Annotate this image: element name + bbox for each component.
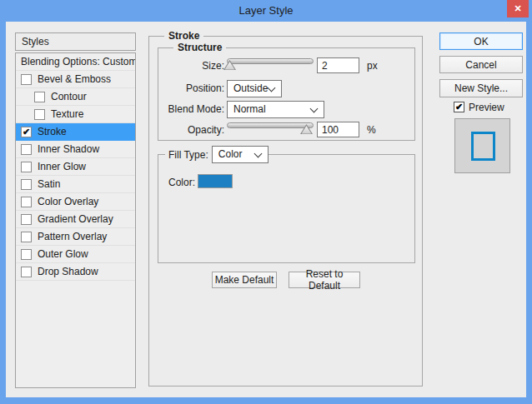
- fill-type-value: Color: [218, 148, 243, 160]
- stroke-settings-panel: Stroke Structure Size: px Position: Outs…: [148, 36, 423, 387]
- position-label: Position:: [158, 82, 224, 94]
- style-item-inner-shadow[interactable]: Inner Shadow: [16, 141, 135, 158]
- close-button[interactable]: ✕: [507, 0, 529, 17]
- style-item-blending-options-custom[interactable]: Blending Options: Custom: [16, 53, 135, 71]
- style-item-stroke[interactable]: ✔Stroke: [16, 123, 135, 141]
- style-item-label: Color Overlay: [38, 196, 98, 207]
- styles-panel-title: Styles: [22, 36, 49, 47]
- titlebar[interactable]: Layer Style ✕: [0, 0, 532, 22]
- layer-style-dialog: Layer Style ✕ Styles Blending Options: C…: [0, 0, 532, 404]
- style-item-contour[interactable]: Contour: [16, 88, 135, 106]
- preview-label: Preview: [469, 102, 504, 113]
- style-item-checkbox[interactable]: ✔: [21, 127, 32, 137]
- structure-group: Structure Size: px Position: Outside Ble…: [158, 47, 415, 141]
- structure-group-title: Structure: [173, 42, 226, 53]
- style-item-checkbox[interactable]: [21, 214, 32, 225]
- make-default-button[interactable]: Make Default: [212, 272, 277, 288]
- style-item-checkbox[interactable]: [21, 232, 32, 242]
- style-item-label: Drop Shadow: [38, 266, 98, 277]
- chevron-down-icon: [310, 105, 319, 113]
- stroke-color-swatch[interactable]: [198, 174, 233, 188]
- chevron-down-icon: [268, 84, 276, 92]
- size-label: Size:: [158, 60, 224, 72]
- preview-checkbox[interactable]: ✔: [454, 102, 464, 112]
- opacity-slider-track[interactable]: [227, 122, 314, 128]
- new-style-button[interactable]: New Style...: [439, 79, 523, 97]
- dialog-body: Styles Blending Options: CustomBevel & E…: [6, 22, 526, 397]
- ok-label: OK: [474, 36, 488, 47]
- style-item-label: Bevel & Emboss: [38, 73, 111, 85]
- blend-mode-label: Blend Mode:: [158, 103, 224, 115]
- ok-button[interactable]: OK: [439, 32, 523, 50]
- style-item-label: Stroke: [38, 126, 67, 137]
- style-item-label: Pattern Overlay: [38, 231, 107, 242]
- style-item-bevel-emboss[interactable]: Bevel & Emboss: [16, 71, 135, 88]
- position-dropdown[interactable]: Outside: [227, 80, 282, 97]
- reset-to-default-label: Reset to Default: [289, 268, 359, 292]
- style-item-label: Gradient Overlay: [38, 213, 113, 225]
- style-item-label: Outer Glow: [38, 248, 88, 260]
- size-slider-track[interactable]: [227, 58, 314, 64]
- color-label: Color:: [168, 177, 195, 188]
- style-item-color-overlay[interactable]: Color Overlay: [16, 193, 135, 211]
- new-style-label: New Style...: [454, 82, 508, 94]
- style-item-label: Inner Glow: [38, 161, 86, 172]
- styles-panel-header: Styles: [15, 32, 136, 51]
- styles-list: Blending Options: CustomBevel & EmbossCo…: [15, 52, 136, 388]
- style-item-checkbox[interactable]: [21, 162, 32, 172]
- preview-option: ✔ Preview: [454, 101, 504, 113]
- style-item-texture[interactable]: Texture: [16, 106, 135, 123]
- cancel-button[interactable]: Cancel: [439, 56, 523, 73]
- chevron-down-icon: [253, 150, 262, 158]
- size-unit: px: [367, 60, 378, 72]
- style-item-checkbox[interactable]: [21, 249, 32, 260]
- cancel-label: Cancel: [465, 59, 496, 71]
- blend-mode-dropdown[interactable]: Normal: [227, 101, 324, 118]
- position-value: Outside: [233, 82, 268, 94]
- opacity-label: Opacity:: [158, 124, 224, 136]
- style-item-checkbox[interactable]: [21, 197, 32, 207]
- size-slider[interactable]: [227, 57, 314, 71]
- preview-thumbnail-shape: [471, 132, 495, 161]
- style-item-label: Blending Options: Custom: [21, 56, 136, 67]
- style-item-checkbox[interactable]: [34, 92, 45, 102]
- opacity-slider[interactable]: [227, 122, 314, 135]
- close-icon: ✕: [514, 4, 521, 13]
- style-item-checkbox[interactable]: [21, 179, 32, 190]
- style-item-checkbox[interactable]: [34, 109, 45, 120]
- preview-thumbnail: [454, 118, 510, 173]
- opacity-input[interactable]: [317, 122, 359, 137]
- opacity-unit: %: [367, 124, 376, 136]
- style-item-outer-glow[interactable]: Outer Glow: [16, 246, 135, 263]
- size-input[interactable]: [317, 57, 359, 73]
- stroke-panel-title: Stroke: [164, 30, 203, 42]
- style-item-label: Contour: [51, 91, 87, 102]
- style-item-label: Inner Shadow: [38, 143, 99, 155]
- style-item-label: Satin: [38, 178, 60, 190]
- style-item-checkbox[interactable]: [21, 144, 32, 155]
- make-default-label: Make Default: [215, 274, 274, 286]
- fill-type-dropdown[interactable]: Color: [212, 146, 269, 163]
- fill-type-label: Fill Type:: [165, 149, 212, 161]
- style-item-satin[interactable]: Satin: [16, 176, 135, 193]
- style-item-pattern-overlay[interactable]: Pattern Overlay: [16, 228, 135, 246]
- style-item-inner-glow[interactable]: Inner Glow: [16, 158, 135, 176]
- fill-type-group: Fill Type: Color Color:: [158, 154, 415, 263]
- style-item-label: Texture: [51, 108, 83, 120]
- style-item-gradient-overlay[interactable]: Gradient Overlay: [16, 211, 135, 228]
- style-item-drop-shadow[interactable]: Drop Shadow: [16, 263, 135, 281]
- window-title: Layer Style: [0, 4, 532, 17]
- style-item-checkbox[interactable]: [21, 74, 32, 85]
- reset-to-default-button[interactable]: Reset to Default: [289, 272, 360, 288]
- style-item-checkbox[interactable]: [21, 267, 32, 277]
- blend-mode-value: Normal: [233, 103, 266, 115]
